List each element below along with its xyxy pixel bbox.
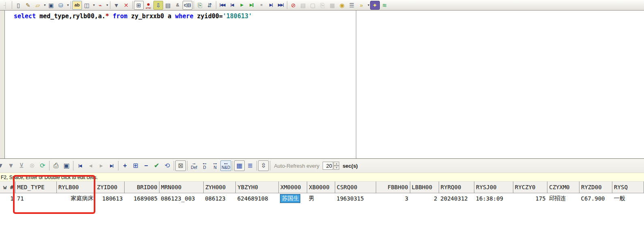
ampersand-macro-icon[interactable]: &: [173, 1, 183, 10]
copy-results-icon[interactable]: ⎘: [195, 1, 205, 10]
cell-fbbh00[interactable]: 3: [376, 193, 410, 204]
sql-assistant-icon[interactable]: ≋: [380, 1, 390, 10]
column-header-xm0000[interactable]: XM0000: [278, 181, 307, 193]
cell-czyxm0[interactable]: 邱招连: [547, 193, 579, 204]
cell-med-type[interactable]: 71: [15, 193, 56, 204]
new-file-icon[interactable]: ▯: [13, 1, 23, 10]
null-and-default-toggle[interactable]: ⊷N&D: [220, 160, 231, 171]
column-header-rysj00[interactable]: RYSJ00: [474, 181, 513, 193]
cell-csrq00[interactable]: 19630315: [335, 193, 376, 204]
record-view-icon[interactable]: ≣: [245, 160, 255, 171]
cell-ryrq00[interactable]: 20240312: [439, 193, 474, 204]
next-result-icon[interactable]: ▶|: [266, 1, 276, 10]
column-header-czyxm0[interactable]: CZYXM0: [547, 181, 579, 193]
execute-step-icon[interactable]: ▶||: [247, 1, 256, 10]
cell-ryzd00[interactable]: C67.900: [579, 193, 612, 204]
cell-zyid00[interactable]: 180613: [95, 193, 124, 204]
cell-w-[interactable]: 1: [0, 193, 15, 204]
syntax-highlight-toggle[interactable]: ab: [72, 1, 82, 10]
commit-icon[interactable]: ◉: [337, 1, 347, 10]
hint-bulb-icon[interactable]: ✦: [370, 1, 380, 10]
filter-icon[interactable]: ▼: [112, 1, 121, 10]
post-changes-icon[interactable]: ✔: [151, 160, 162, 171]
spinner-down-icon[interactable]: ▼: [334, 166, 339, 170]
dropdown-caret-icon[interactable]: ▼: [67, 4, 69, 6]
row-arrange-icon[interactable]: ⇵: [205, 1, 215, 10]
edit-script-icon[interactable]: ✎: [23, 1, 33, 10]
explain-plan-icon[interactable]: ☰: [347, 1, 357, 10]
auto-refresh-interval-input[interactable]: [323, 162, 333, 170]
first-row-icon[interactable]: |◀: [75, 160, 85, 171]
cell-xb0000[interactable]: 男: [307, 193, 335, 204]
column-header-lbbh00[interactable]: LBBH00: [410, 181, 439, 193]
cell-brid00[interactable]: 1689085: [124, 193, 159, 204]
import-rows-icon[interactable]: ⇩: [153, 1, 163, 10]
insert-row-icon[interactable]: +: [120, 160, 130, 171]
last-row-icon[interactable]: ▶|: [106, 160, 117, 171]
grid-view-icon[interactable]: ▦: [234, 160, 245, 171]
clear-filter-icon[interactable]: ✕: [121, 1, 131, 10]
column-header-xb0000[interactable]: XB0000: [307, 181, 335, 193]
column-header-zyh000[interactable]: ZYH000: [203, 181, 236, 193]
column-header-mrn000[interactable]: MRN000: [159, 181, 203, 193]
spinner-up-icon[interactable]: ▲: [334, 162, 339, 166]
column-header-brid00[interactable]: BRID00: [124, 181, 159, 193]
column-header-ryrq00[interactable]: RYRQ00: [439, 181, 474, 193]
filter-values-icon[interactable]: ▼: [0, 160, 6, 171]
refresh-query-icon[interactable]: ⟳: [37, 160, 48, 171]
next-row-icon[interactable]: ▶: [96, 160, 106, 171]
column-header-fbbh00[interactable]: FBBH00: [376, 181, 410, 193]
cell-zyh000[interactable]: 086123: [203, 193, 236, 204]
prev-result-icon[interactable]: |◀: [227, 1, 237, 10]
cell-lbbh00[interactable]: 2: [410, 193, 439, 204]
cell-rysq[interactable]: 一般: [612, 193, 644, 204]
open-file-icon[interactable]: ▱: [33, 1, 43, 10]
edit-record-icon[interactable]: ⊞: [134, 1, 144, 10]
cell-rylb00[interactable]: 家庭病床: [56, 193, 95, 204]
column-header-rylb00[interactable]: RYLB00: [56, 181, 95, 193]
insert-multiple-rows-icon[interactable]: ⊞: [130, 160, 141, 171]
column-header-w-[interactable]: w #: [0, 181, 15, 193]
column-header-med-type[interactable]: MED_TYPE: [15, 181, 56, 193]
cell-xm0000[interactable]: 苏国生: [278, 193, 307, 204]
cell-ryczy0[interactable]: 175: [513, 193, 547, 204]
invalid-values-icon[interactable]: ●#?X!: [144, 1, 153, 10]
dropdown-caret-icon[interactable]: ▼: [106, 4, 109, 6]
date-format-toggle[interactable]: ⊷D: [199, 160, 210, 171]
split-view-icon[interactable]: ◫: [82, 1, 92, 10]
column-header-ryczy0[interactable]: RYCZY0: [513, 181, 547, 193]
sort-custom-icon[interactable]: ⊻: [16, 160, 27, 171]
last-result-icon[interactable]: ▶▶|: [276, 1, 286, 10]
delete-row-icon[interactable]: −: [141, 160, 151, 171]
prev-row-icon[interactable]: ◀: [85, 160, 96, 171]
revert-changes-icon[interactable]: ⟲: [162, 160, 172, 171]
editor-secondary-pane[interactable]: [356, 11, 644, 158]
column-header-csrq00[interactable]: CSRQ00: [335, 181, 376, 193]
save-file-icon[interactable]: ▣: [46, 1, 56, 10]
selected-cell-value[interactable]: 苏国生: [280, 194, 300, 203]
first-result-icon[interactable]: |◀◀: [218, 1, 227, 10]
cell-rysj00[interactable]: 16:38:09: [474, 193, 513, 204]
sound-notify-icon[interactable]: c))): [183, 1, 192, 10]
export-grid-icon[interactable]: ⊠: [175, 160, 186, 171]
connection-icon[interactable]: ⌁: [95, 1, 105, 10]
sort-ascending-icon[interactable]: ▼: [6, 160, 16, 171]
export-database-icon[interactable]: ⛁: [56, 1, 66, 10]
number-format-toggle[interactable]: ⊶N: [210, 160, 220, 171]
stop-execution-icon[interactable]: ■: [256, 1, 266, 10]
table-info-icon[interactable]: ▤: [163, 1, 173, 10]
null-default-toggle[interactable]: ⊸Def: [189, 160, 199, 171]
column-header-ryzd00[interactable]: RYZD00: [579, 181, 612, 193]
shortcuts-icon[interactable]: »: [357, 1, 366, 10]
autofit-rows-icon[interactable]: ⇳: [258, 160, 269, 171]
print-icon[interactable]: ⎙: [51, 160, 61, 171]
dropdown-caret-icon[interactable]: ▼: [43, 4, 46, 6]
execute-icon[interactable]: ▶: [237, 1, 247, 10]
column-header-rysq[interactable]: RYSQ: [612, 181, 644, 193]
cell-ybzyh0[interactable]: 624689108: [236, 193, 279, 204]
dropdown-caret-icon[interactable]: ▼: [367, 4, 370, 6]
save-results-icon[interactable]: ▣: [61, 160, 72, 171]
dropdown-caret-icon[interactable]: ▼: [93, 4, 95, 6]
sql-editor[interactable]: select med_type,rylb00,a.* from zy_brxxb…: [5, 11, 356, 158]
column-header-ybzyh0[interactable]: YBZYH0: [236, 181, 279, 193]
